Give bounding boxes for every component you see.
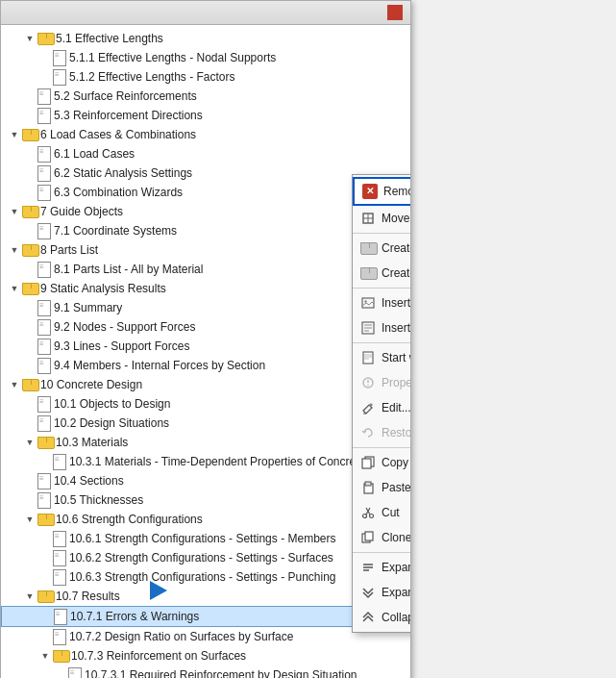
toggle-icon[interactable]: [24, 417, 36, 429]
tree-item[interactable]: 5.2 Surface Reinforcements: [1, 87, 410, 106]
toggle-icon[interactable]: [24, 321, 36, 333]
context-menu-item-label: Move Item: [382, 209, 410, 228]
close-button[interactable]: [387, 5, 403, 20]
context-menu-item-move[interactable]: Move Item▶: [353, 206, 410, 231]
tree-item[interactable]: 10.1 Objects to Design: [1, 394, 410, 414]
context-menu-item-paste[interactable]: PasteCtrl+V: [353, 475, 410, 500]
tree-item-label: 5.1 Effective Lengths: [56, 30, 163, 47]
tree-item[interactable]: 10.6.3 Strength Configurations - Setting…: [1, 567, 410, 587]
tree-item[interactable]: 6.2 Static Analysis Settings: [1, 163, 410, 183]
tree-item-label: 8.1 Parts List - All by Material: [54, 261, 203, 278]
tree-item[interactable]: ▼8 Parts List: [1, 240, 410, 260]
toggle-icon[interactable]: [24, 90, 36, 102]
toggle-icon[interactable]: [55, 669, 66, 678]
tree-item-label: 10.7.2 Design Ratio on Surfaces by Surfa…: [69, 628, 293, 645]
toggle-icon[interactable]: ▼: [24, 590, 36, 602]
toggle-icon[interactable]: [39, 631, 51, 642]
tree-item-label: 10.3 Materials: [56, 434, 128, 451]
tree-item[interactable]: ▼7 Guide Objects: [1, 202, 410, 221]
context-menu-item-label: Copy: [382, 453, 408, 472]
toggle-icon[interactable]: [39, 571, 51, 583]
context-menu-item-insert-content[interactable]: Insert Content▶: [353, 315, 410, 340]
toggle-icon[interactable]: ▼: [24, 514, 36, 525]
toggle-icon[interactable]: [24, 110, 36, 121]
toggle-icon[interactable]: [39, 456, 51, 467]
context-menu-item-copy[interactable]: CopyCtrl+C: [353, 450, 410, 475]
context-menu-item-new-page[interactable]: Start with New Page: [353, 345, 410, 370]
tree-item[interactable]: 9.3 Lines - Support Forces: [1, 337, 410, 356]
tree-item[interactable]: 6.1 Load Cases: [1, 144, 410, 163]
toggle-icon[interactable]: ▼: [9, 244, 20, 256]
tree-item[interactable]: 5.1.1 Effective Lengths - Nodal Supports: [1, 48, 410, 67]
tree-item[interactable]: ▼10.7 Results: [1, 587, 410, 606]
toggle-icon[interactable]: [24, 225, 36, 237]
context-menu-item-remove[interactable]: ✕Remove from Printout Report: [353, 177, 410, 206]
tree-item[interactable]: ▼5.1 Effective Lengths: [1, 29, 410, 48]
tree-item[interactable]: 5.1.2 Effective Lengths - Factors: [1, 67, 410, 87]
toggle-icon[interactable]: ▼: [24, 437, 36, 448]
toggle-icon[interactable]: [39, 552, 51, 564]
context-menu-item-collapse-all[interactable]: Collapse All: [353, 605, 410, 630]
copy-icon: [358, 453, 378, 472]
tree-item[interactable]: ▼9 Static Analysis Results: [1, 279, 410, 298]
toggle-icon[interactable]: [24, 494, 36, 506]
tree-item[interactable]: 10.6.1 Strength Configurations - Setting…: [1, 529, 410, 548]
tree-item[interactable]: 10.3.1 Materials - Time-Dependent Proper…: [1, 452, 410, 471]
tree-item[interactable]: 10.7.1 Errors & Warnings: [1, 606, 410, 627]
page-icon: [358, 348, 378, 367]
toggle-icon[interactable]: ▼: [9, 206, 20, 217]
toggle-icon[interactable]: ▼: [9, 283, 20, 294]
tree-container[interactable]: ▼5.1 Effective Lengths5.1.1 Effective Le…: [1, 25, 410, 678]
tree-item[interactable]: 7.1 Coordinate Systems: [1, 221, 410, 240]
toggle-icon[interactable]: [24, 187, 36, 198]
move-icon: [358, 209, 378, 228]
doc-icon: [53, 454, 66, 469]
tree-item[interactable]: 10.4 Sections: [1, 471, 410, 490]
tree-item[interactable]: 9.4 Members - Internal Forces by Section: [1, 356, 410, 375]
toggle-icon[interactable]: ▼: [9, 379, 20, 390]
context-menu-item-edit[interactable]: Edit...: [353, 395, 410, 420]
tree-item[interactable]: ▼10.7.3 Reinforcement on Surfaces: [1, 646, 410, 665]
context-menu-item-folder-below[interactable]: Create Folder below Item: [353, 261, 410, 286]
tree-item[interactable]: 9.2 Nodes - Support Forces: [1, 317, 410, 337]
context-menu-item-insert-image[interactable]: Insert Image▶: [353, 290, 410, 315]
tree-item[interactable]: 10.2 Design Situations: [1, 414, 410, 433]
toggle-icon[interactable]: ▼: [9, 129, 20, 140]
toggle-icon[interactable]: [24, 360, 36, 371]
tree-item[interactable]: ▼6 Load Cases & Combinations: [1, 125, 410, 144]
tree-item[interactable]: 5.3 Reinforcement Directions: [1, 106, 410, 125]
toggle-icon[interactable]: [40, 611, 52, 622]
svg-rect-18: [362, 459, 371, 468]
tree-item[interactable]: ▼10 Concrete Design: [1, 375, 410, 394]
toggle-icon[interactable]: [39, 52, 51, 63]
toggle-icon[interactable]: ▼: [39, 650, 51, 662]
tree-item[interactable]: 10.6.2 Strength Configurations - Setting…: [1, 548, 410, 567]
toggle-icon[interactable]: [24, 475, 36, 487]
toggle-icon[interactable]: [24, 302, 36, 314]
toggle-icon[interactable]: [24, 398, 36, 410]
tree-item[interactable]: ▼10.6 Strength Configurations: [1, 510, 410, 529]
context-menu-item-cut[interactable]: CutCtrl+X: [353, 500, 410, 525]
context-menu-item-clone[interactable]: Clone: [353, 525, 410, 550]
tree-item[interactable]: 9.1 Summary: [1, 298, 410, 317]
toggle-icon[interactable]: [24, 264, 36, 275]
folder-icon: [22, 379, 37, 391]
context-menu-item-folder-above[interactable]: Create Folder above Item: [353, 236, 410, 261]
tree-item[interactable]: 10.7.2 Design Ratio on Surfaces by Surfa…: [1, 627, 410, 646]
toggle-icon[interactable]: [24, 167, 36, 179]
toggle-icon[interactable]: [24, 340, 36, 352]
toggle-icon[interactable]: [39, 71, 51, 83]
tree-item-label: 8 Parts List: [40, 241, 98, 259]
toggle-icon[interactable]: [39, 533, 51, 544]
tree-item[interactable]: 6.3 Combination Wizards: [1, 183, 410, 202]
tree-item[interactable]: ▼10.3 Materials: [1, 433, 410, 452]
context-menu-item-expand-default[interactable]: Expand to Default: [353, 555, 410, 580]
toggle-icon[interactable]: [24, 148, 36, 160]
context-menu-item-label: Clone: [382, 528, 410, 547]
tree-item[interactable]: 10.7.3.1 Required Reinforcement by Desig…: [1, 665, 410, 678]
toggle-icon[interactable]: ▼: [24, 33, 36, 44]
tree-item[interactable]: 10.5 Thicknesses: [1, 490, 410, 510]
tree-item[interactable]: 8.1 Parts List - All by Material: [1, 260, 410, 279]
context-menu-separator: [353, 552, 410, 553]
context-menu-item-expand-all[interactable]: Expand All: [353, 580, 410, 605]
